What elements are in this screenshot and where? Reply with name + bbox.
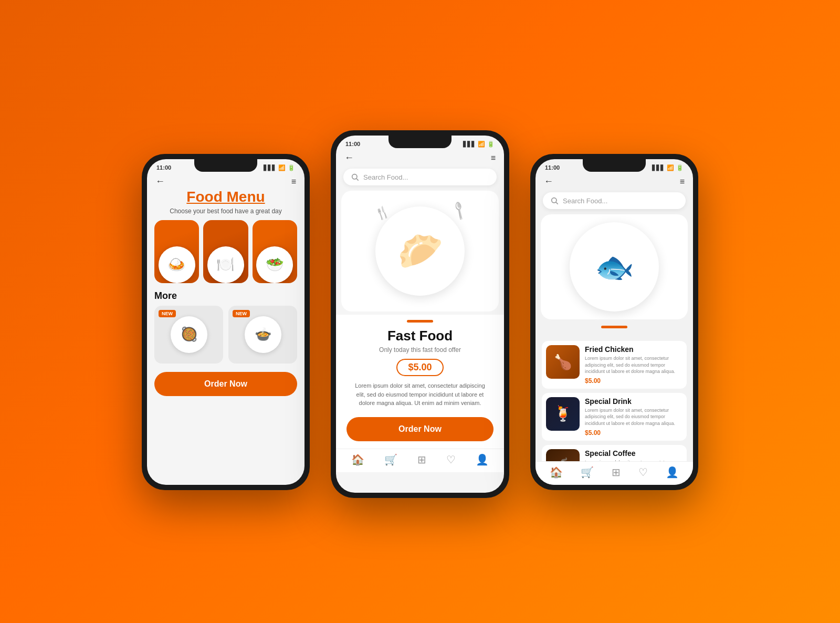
- notch-2: [388, 136, 452, 148]
- more-plate-1: 🥘: [171, 316, 207, 353]
- nav-bar-3: ← ≡: [536, 174, 693, 189]
- heart-nav-icon-3[interactable]: ♡: [638, 466, 648, 479]
- order-btn-1[interactable]: Order Now: [154, 372, 297, 396]
- battery-icon-2: 🔋: [487, 141, 495, 148]
- status-icons-1: ▋▋▋ 📶 🔋: [264, 164, 295, 171]
- hero-plate-2: 🥟: [375, 206, 465, 296]
- home-nav-icon-2[interactable]: 🏠: [351, 453, 364, 466]
- special-coffee-name: Special Coffee: [585, 449, 682, 458]
- food-card-3[interactable]: 🥗: [253, 220, 297, 283]
- battery-icon-3: 🔋: [676, 164, 684, 171]
- signal-icon-2: ▋▋▋: [463, 141, 476, 147]
- fried-chicken-info: Fried Chicken Lorem ipsum dolor sit amet…: [585, 345, 682, 385]
- menu-button-2[interactable]: ≡: [491, 153, 496, 163]
- phone1-content: Food Menu Choose your best food have a g…: [147, 189, 304, 485]
- cart-nav-icon-2[interactable]: 🛒: [384, 453, 397, 466]
- food-subtitle-2: Only today this fast food offer: [346, 346, 494, 354]
- svg-line-3: [556, 202, 558, 204]
- food-card-1[interactable]: 🍛: [154, 220, 199, 283]
- special-coffee-img: ☕: [546, 449, 580, 461]
- more-section: More NEW 🥘 NEW 🍲: [154, 290, 297, 364]
- new-badge-1: NEW: [159, 310, 176, 317]
- phone-3-screen: 11:00 ▋▋▋ 📶 🔋 ← ≡ Search Food...: [536, 159, 693, 485]
- search-bar-2[interactable]: Search Food...: [343, 169, 497, 185]
- phone-2: 11:00 ▋▋▋ 📶 🔋 ← ≡ Search Food...: [331, 130, 509, 498]
- bottom-nav-3: 🏠 🛒 ⊞ ♡ 👤: [536, 461, 693, 485]
- more-cards: NEW 🥘 NEW 🍲: [154, 306, 297, 364]
- search-bar-3[interactable]: Search Food...: [543, 192, 686, 209]
- hero-image-2: 🥟 🥄 🍴: [341, 191, 499, 312]
- more-title: More: [154, 290, 297, 302]
- status-icons-2: ▋▋▋ 📶 🔋: [463, 141, 495, 148]
- svg-line-1: [356, 179, 359, 181]
- back-button-1[interactable]: ←: [155, 176, 165, 187]
- svg-point-2: [552, 198, 556, 203]
- price-tag-2: $5.00: [396, 359, 443, 376]
- more-card-2[interactable]: NEW 🍲: [228, 306, 297, 364]
- food-plate-3: 🥗: [256, 246, 293, 283]
- person-nav-icon-2[interactable]: 👤: [476, 453, 489, 466]
- special-coffee-info: Special Coffee Lorem ipsum dolor sit ame…: [585, 449, 682, 461]
- special-drink-img: 🍹: [546, 397, 580, 431]
- more-card-1[interactable]: NEW 🥘: [154, 306, 223, 364]
- phone-1: 11:00 ▋▋▋ 📶 🔋 ← ≡ Food Menu Choose your …: [142, 154, 310, 490]
- nav-bar-2: ← ≡: [336, 150, 504, 165]
- notch-3: [583, 159, 646, 172]
- svg-point-0: [352, 174, 357, 179]
- food-menu-title: Food Menu: [154, 189, 297, 205]
- wifi-icon-2: 📶: [478, 141, 485, 148]
- food-menu-subtitle: Choose your best food have a great day: [154, 207, 297, 215]
- back-button-2[interactable]: ←: [344, 152, 354, 163]
- new-badge-2: NEW: [233, 310, 250, 317]
- phone-3: 11:00 ▋▋▋ 📶 🔋 ← ≡ Search Food...: [530, 154, 698, 490]
- status-time-2: 11:00: [345, 141, 360, 147]
- status-icons-3: ▋▋▋ 📶 🔋: [652, 164, 684, 171]
- grid-nav-icon-3[interactable]: ⊞: [612, 466, 621, 479]
- menu-button-3[interactable]: ≡: [680, 177, 685, 186]
- spoon-icon: 🥄: [449, 201, 470, 221]
- status-time-1: 11:00: [156, 164, 171, 171]
- food-cards-row: 🍛 🍽️ 🥗: [154, 220, 297, 283]
- search-placeholder-2: Search Food...: [363, 173, 408, 181]
- nav-bar-1: ← ≡: [147, 174, 304, 189]
- food-plate-2: 🍽️: [207, 246, 244, 283]
- special-drink-desc: Lorem ipsum dolor sit amet, consectetur …: [585, 407, 682, 427]
- fried-chicken-img: 🍗: [546, 345, 580, 379]
- list-item-fried-chicken[interactable]: 🍗 Fried Chicken Lorem ipsum dolor sit am…: [542, 341, 687, 389]
- orange-divider-2: [407, 320, 433, 323]
- list-item-special-coffee[interactable]: ☕ Special Coffee Lorem ipsum dolor sit a…: [542, 445, 687, 461]
- orange-bar-container-3: [536, 326, 693, 334]
- wifi-icon-3: 📶: [667, 164, 674, 171]
- signal-icon-3: ▋▋▋: [652, 165, 665, 171]
- back-button-3[interactable]: ←: [544, 176, 553, 187]
- search-icon-2: [351, 173, 359, 181]
- notch-1: [194, 159, 257, 172]
- phone-2-screen: 11:00 ▋▋▋ 📶 🔋 ← ≡ Search Food...: [336, 136, 504, 493]
- cart-nav-icon-3[interactable]: 🛒: [581, 466, 594, 479]
- heart-nav-icon-2[interactable]: ♡: [446, 453, 456, 466]
- wifi-icon: 📶: [278, 164, 286, 171]
- food-list-3: 🍗 Fried Chicken Lorem ipsum dolor sit am…: [536, 338, 693, 461]
- search-icon-3: [550, 196, 559, 205]
- special-drink-name: Special Drink: [585, 397, 682, 406]
- fried-chicken-desc: Lorem ipsum dolor sit amet, consectetur …: [585, 355, 682, 375]
- special-drink-price: $5.00: [585, 429, 682, 437]
- search-placeholder-3: Search Food...: [563, 197, 607, 205]
- grid-nav-icon-2[interactable]: ⊞: [417, 453, 426, 466]
- status-time-3: 11:00: [545, 164, 560, 171]
- list-item-special-drink[interactable]: 🍹 Special Drink Lorem ipsum dolor sit am…: [542, 393, 687, 441]
- food-plate-1: 🍛: [159, 246, 195, 283]
- person-nav-icon-3[interactable]: 👤: [666, 466, 679, 479]
- signal-icon: ▋▋▋: [264, 165, 276, 171]
- phones-container: 11:00 ▋▋▋ 📶 🔋 ← ≡ Food Menu Choose your …: [142, 125, 698, 498]
- fried-chicken-name: Fried Chicken: [585, 345, 682, 354]
- special-drink-info: Special Drink Lorem ipsum dolor sit amet…: [585, 397, 682, 437]
- order-btn-2[interactable]: Order Now: [346, 417, 494, 441]
- food-description-2: Lorem ipsum dolor sit amet, consectetur …: [346, 381, 494, 408]
- food-title-2: Fast Food: [346, 328, 494, 344]
- bottom-nav-2: 🏠 🛒 ⊞ ♡ 👤: [336, 449, 504, 472]
- hero-content-2: Fast Food Only today this fast food offe…: [336, 315, 504, 449]
- food-card-2[interactable]: 🍽️: [203, 220, 248, 283]
- home-nav-icon-3[interactable]: 🏠: [550, 466, 563, 479]
- menu-button-1[interactable]: ≡: [291, 177, 296, 186]
